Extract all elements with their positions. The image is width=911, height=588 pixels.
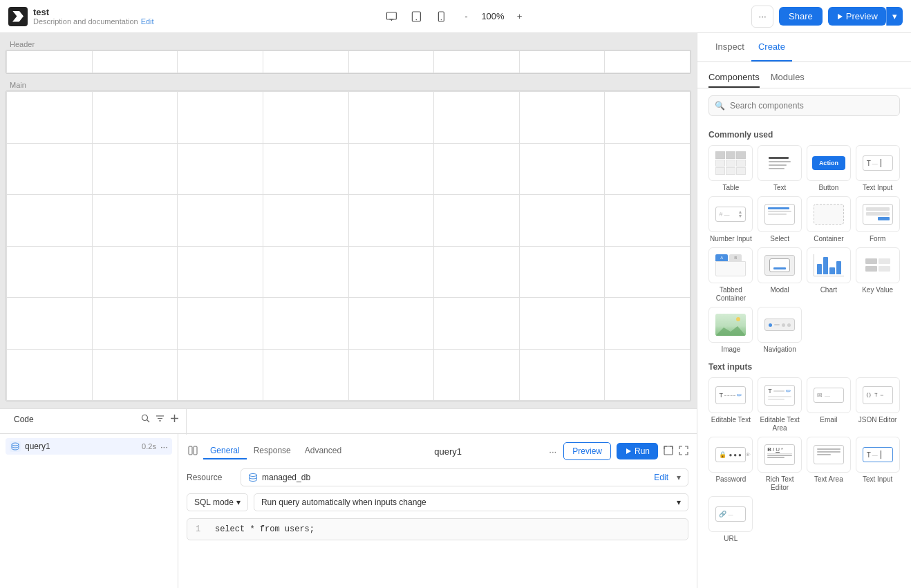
query-layout-btn[interactable] <box>187 443 199 459</box>
password-label: Password <box>715 475 746 484</box>
tab-response[interactable]: Response <box>247 443 298 459</box>
text-label: Text <box>773 184 786 192</box>
component-editabletext[interactable]: T ✏ Editable Text <box>708 377 753 433</box>
component-form[interactable]: Form <box>855 196 900 243</box>
query-options-btn[interactable]: ··· <box>547 445 558 458</box>
main-layout: Header <box>0 33 911 588</box>
zoom-plus-btn[interactable]: + <box>510 7 529 26</box>
filter-code-btn[interactable] <box>154 412 166 426</box>
zoom-level: 100% <box>481 11 504 21</box>
search-code-btn[interactable] <box>140 412 151 426</box>
share-btn[interactable]: Share <box>779 7 823 26</box>
panel-tabs: Inspect Create <box>697 33 911 62</box>
query-list: query1 0.2s ··· <box>0 434 178 588</box>
query-fullscreen-btn[interactable] <box>679 446 688 457</box>
component-container[interactable]: Container <box>807 196 852 243</box>
component-editabletextarea[interactable]: T ✏ Editable Text Area <box>758 377 802 433</box>
subtab-components[interactable]: Components <box>708 68 760 88</box>
header-cell[interactable] <box>7 51 93 73</box>
component-table[interactable]: Table <box>708 145 753 192</box>
textarea-label: Text Area <box>814 475 843 484</box>
resource-value[interactable]: managed_db Edit ▾ <box>241 468 688 486</box>
component-textinput[interactable]: T — Text Input <box>855 145 900 192</box>
component-tabbed[interactable]: A B Tabbed Container <box>708 247 753 303</box>
component-email[interactable]: ✉ — Email <box>807 377 852 433</box>
run-auto-dropdown[interactable]: Run query automatically when inputs chan… <box>254 493 688 511</box>
component-chart[interactable]: Chart <box>807 247 852 303</box>
query-run-btn[interactable]: Run <box>617 443 658 459</box>
svg-rect-16 <box>189 446 192 455</box>
tab-inspect[interactable]: Inspect <box>708 33 751 61</box>
component-password[interactable]: 🔒 ●●● 👁 Password <box>708 437 753 492</box>
topbar-view-controls: - 100% + <box>382 7 529 26</box>
modal-label: Modal <box>771 286 789 294</box>
search-input[interactable] <box>708 95 900 116</box>
tab-advanced[interactable]: Advanced <box>298 443 348 459</box>
left-sidebar: Code <box>8 408 187 435</box>
commonly-used-title: Commonly used <box>708 130 900 140</box>
navigation-icon <box>758 307 802 343</box>
navigation-label: Navigation <box>763 345 796 354</box>
topbar-right-actions: ··· Share Preview ▾ <box>751 6 903 28</box>
app-title-group: test Description and documentation Edit <box>33 7 154 26</box>
jsoneditor-icon: {} T — <box>856 377 900 413</box>
query-preview-btn[interactable]: Preview <box>563 442 611 460</box>
component-textarea[interactable]: Text Area <box>807 437 852 492</box>
preview-btn[interactable]: Preview <box>828 7 886 26</box>
canvas-top: Header <box>0 33 697 408</box>
query-expand-btn[interactable] <box>664 446 673 457</box>
query-title: query1 <box>434 446 462 457</box>
code-editor[interactable]: 1 select * from users; <box>187 518 688 540</box>
component-url[interactable]: 🔗 — URL <box>708 496 753 543</box>
resource-edit-btn[interactable]: Edit <box>654 473 668 482</box>
header-cell[interactable] <box>178 51 263 73</box>
view-mobile-btn[interactable] <box>431 7 451 26</box>
header-cell[interactable] <box>92 51 178 73</box>
header-cell[interactable] <box>434 51 520 73</box>
query-more-btn[interactable]: ··· <box>160 442 168 452</box>
subtab-modules[interactable]: Modules <box>771 68 805 88</box>
component-jsoneditor[interactable]: {} T — JSON Editor <box>855 377 900 433</box>
header-canvas[interactable] <box>6 50 691 74</box>
component-textinput2[interactable]: T — Text Input <box>855 437 900 492</box>
add-code-btn[interactable] <box>169 412 180 426</box>
app-desc-row: Description and documentation Edit <box>33 17 154 26</box>
component-navigation[interactable]: Navigation <box>758 307 802 354</box>
header-cell[interactable] <box>348 51 434 73</box>
main-grid <box>6 91 691 401</box>
zoom-minus-btn[interactable]: - <box>456 7 476 26</box>
sql-mode-dropdown[interactable]: SQL mode ▾ <box>187 493 248 511</box>
svg-marker-18 <box>626 448 631 454</box>
main-canvas[interactable] <box>6 91 691 401</box>
component-keyvalue[interactable]: Key Value <box>855 247 900 303</box>
table-label: Table <box>722 184 739 192</box>
component-richtexteditor[interactable]: B I U * Rich Text Editor <box>758 437 802 492</box>
component-select[interactable]: Select <box>758 196 802 243</box>
app-edit-link[interactable]: Edit <box>141 17 154 26</box>
component-text[interactable]: Text <box>758 145 802 192</box>
header-label: Header <box>6 39 691 50</box>
component-image[interactable]: Image <box>708 307 753 354</box>
component-modal[interactable]: Modal <box>758 247 802 303</box>
tab-create[interactable]: Create <box>751 33 792 61</box>
component-button[interactable]: Action Button <box>807 145 852 192</box>
text-inputs-title: Text inputs <box>708 362 900 372</box>
component-numberinput[interactable]: # — ▲▼ Number Input <box>708 196 753 243</box>
resource-name: managed_db <box>262 473 310 482</box>
textinput-label: Text Input <box>863 184 892 192</box>
more-options-btn[interactable]: ··· <box>751 6 773 28</box>
resource-row: Resource managed_db Edit ▾ <box>187 468 688 486</box>
tab-general[interactable]: General <box>203 443 247 459</box>
header-cell[interactable] <box>263 51 348 73</box>
commonly-used-grid: Table Text <box>708 145 900 354</box>
header-cell[interactable] <box>519 51 605 73</box>
preview-dropdown-btn[interactable]: ▾ <box>886 7 903 26</box>
search-icon: 🔍 <box>715 101 725 111</box>
query-item[interactable]: query1 0.2s ··· <box>6 438 172 455</box>
text-inputs-grid: T ✏ Editable Text T ✏ <box>708 377 900 543</box>
search-box: 🔍 <box>708 95 900 116</box>
view-tablet-btn[interactable] <box>406 7 426 26</box>
header-cell[interactable] <box>605 51 691 73</box>
view-desktop-btn[interactable] <box>382 7 401 26</box>
components-scroll: Commonly used <box>697 123 911 588</box>
